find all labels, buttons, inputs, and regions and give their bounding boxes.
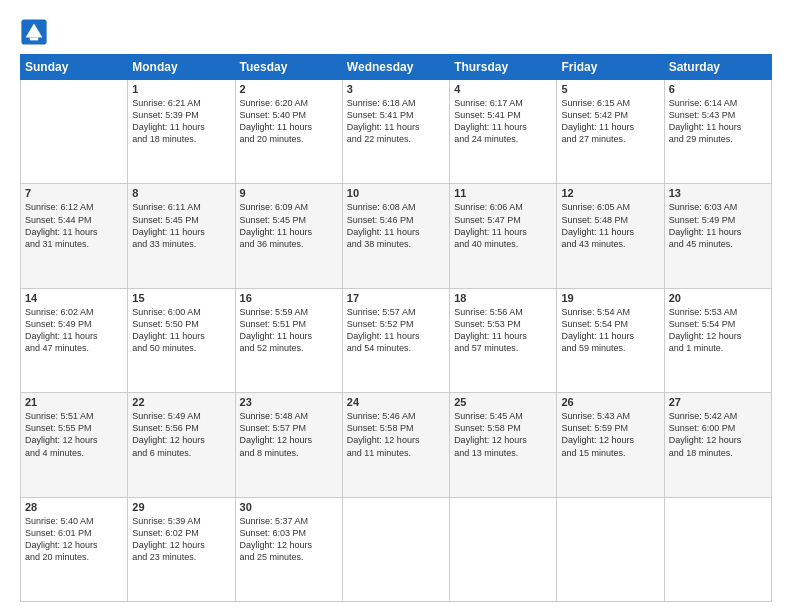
day-number: 28 xyxy=(25,501,123,513)
day-info: Sunrise: 5:46 AM Sunset: 5:58 PM Dayligh… xyxy=(347,410,445,459)
day-number: 27 xyxy=(669,396,767,408)
calendar-cell: 16Sunrise: 5:59 AM Sunset: 5:51 PM Dayli… xyxy=(235,288,342,392)
day-number: 25 xyxy=(454,396,552,408)
calendar-cell: 5Sunrise: 6:15 AM Sunset: 5:42 PM Daylig… xyxy=(557,80,664,184)
calendar-cell: 22Sunrise: 5:49 AM Sunset: 5:56 PM Dayli… xyxy=(128,393,235,497)
calendar-cell: 27Sunrise: 5:42 AM Sunset: 6:00 PM Dayli… xyxy=(664,393,771,497)
calendar-cell: 11Sunrise: 6:06 AM Sunset: 5:47 PM Dayli… xyxy=(450,184,557,288)
calendar-cell: 15Sunrise: 6:00 AM Sunset: 5:50 PM Dayli… xyxy=(128,288,235,392)
calendar-cell xyxy=(557,497,664,601)
calendar-cell: 9Sunrise: 6:09 AM Sunset: 5:45 PM Daylig… xyxy=(235,184,342,288)
day-info: Sunrise: 6:08 AM Sunset: 5:46 PM Dayligh… xyxy=(347,201,445,250)
day-info: Sunrise: 6:21 AM Sunset: 5:39 PM Dayligh… xyxy=(132,97,230,146)
day-number: 9 xyxy=(240,187,338,199)
day-number: 20 xyxy=(669,292,767,304)
calendar-cell: 21Sunrise: 5:51 AM Sunset: 5:55 PM Dayli… xyxy=(21,393,128,497)
day-number: 14 xyxy=(25,292,123,304)
calendar-cell: 12Sunrise: 6:05 AM Sunset: 5:48 PM Dayli… xyxy=(557,184,664,288)
day-number: 24 xyxy=(347,396,445,408)
day-info: Sunrise: 6:09 AM Sunset: 5:45 PM Dayligh… xyxy=(240,201,338,250)
calendar-cell: 3Sunrise: 6:18 AM Sunset: 5:41 PM Daylig… xyxy=(342,80,449,184)
day-info: Sunrise: 6:03 AM Sunset: 5:49 PM Dayligh… xyxy=(669,201,767,250)
calendar-cell: 13Sunrise: 6:03 AM Sunset: 5:49 PM Dayli… xyxy=(664,184,771,288)
day-info: Sunrise: 6:12 AM Sunset: 5:44 PM Dayligh… xyxy=(25,201,123,250)
weekday-header: Tuesday xyxy=(235,55,342,80)
calendar-cell: 4Sunrise: 6:17 AM Sunset: 5:41 PM Daylig… xyxy=(450,80,557,184)
day-info: Sunrise: 6:17 AM Sunset: 5:41 PM Dayligh… xyxy=(454,97,552,146)
calendar-cell: 24Sunrise: 5:46 AM Sunset: 5:58 PM Dayli… xyxy=(342,393,449,497)
calendar-cell: 28Sunrise: 5:40 AM Sunset: 6:01 PM Dayli… xyxy=(21,497,128,601)
day-number: 29 xyxy=(132,501,230,513)
weekday-header: Thursday xyxy=(450,55,557,80)
day-number: 4 xyxy=(454,83,552,95)
day-info: Sunrise: 6:18 AM Sunset: 5:41 PM Dayligh… xyxy=(347,97,445,146)
weekday-header: Saturday xyxy=(664,55,771,80)
logo xyxy=(20,18,52,46)
day-info: Sunrise: 5:59 AM Sunset: 5:51 PM Dayligh… xyxy=(240,306,338,355)
logo-icon xyxy=(20,18,48,46)
day-info: Sunrise: 6:15 AM Sunset: 5:42 PM Dayligh… xyxy=(561,97,659,146)
day-number: 23 xyxy=(240,396,338,408)
calendar-week-row: 21Sunrise: 5:51 AM Sunset: 5:55 PM Dayli… xyxy=(21,393,772,497)
calendar-cell: 29Sunrise: 5:39 AM Sunset: 6:02 PM Dayli… xyxy=(128,497,235,601)
calendar-cell: 23Sunrise: 5:48 AM Sunset: 5:57 PM Dayli… xyxy=(235,393,342,497)
weekday-header: Monday xyxy=(128,55,235,80)
weekday-header: Sunday xyxy=(21,55,128,80)
calendar-cell: 6Sunrise: 6:14 AM Sunset: 5:43 PM Daylig… xyxy=(664,80,771,184)
day-number: 1 xyxy=(132,83,230,95)
day-number: 5 xyxy=(561,83,659,95)
day-number: 10 xyxy=(347,187,445,199)
day-number: 16 xyxy=(240,292,338,304)
calendar-week-row: 1Sunrise: 6:21 AM Sunset: 5:39 PM Daylig… xyxy=(21,80,772,184)
day-number: 3 xyxy=(347,83,445,95)
calendar-cell: 8Sunrise: 6:11 AM Sunset: 5:45 PM Daylig… xyxy=(128,184,235,288)
day-info: Sunrise: 6:11 AM Sunset: 5:45 PM Dayligh… xyxy=(132,201,230,250)
day-number: 19 xyxy=(561,292,659,304)
calendar-week-row: 28Sunrise: 5:40 AM Sunset: 6:01 PM Dayli… xyxy=(21,497,772,601)
day-number: 30 xyxy=(240,501,338,513)
calendar-cell: 20Sunrise: 5:53 AM Sunset: 5:54 PM Dayli… xyxy=(664,288,771,392)
day-number: 12 xyxy=(561,187,659,199)
day-info: Sunrise: 5:40 AM Sunset: 6:01 PM Dayligh… xyxy=(25,515,123,564)
day-info: Sunrise: 5:53 AM Sunset: 5:54 PM Dayligh… xyxy=(669,306,767,355)
day-info: Sunrise: 6:20 AM Sunset: 5:40 PM Dayligh… xyxy=(240,97,338,146)
calendar-cell xyxy=(450,497,557,601)
svg-rect-2 xyxy=(30,38,38,41)
day-info: Sunrise: 6:05 AM Sunset: 5:48 PM Dayligh… xyxy=(561,201,659,250)
calendar-cell: 1Sunrise: 6:21 AM Sunset: 5:39 PM Daylig… xyxy=(128,80,235,184)
day-number: 8 xyxy=(132,187,230,199)
calendar-cell: 10Sunrise: 6:08 AM Sunset: 5:46 PM Dayli… xyxy=(342,184,449,288)
day-number: 13 xyxy=(669,187,767,199)
calendar-cell: 14Sunrise: 6:02 AM Sunset: 5:49 PM Dayli… xyxy=(21,288,128,392)
calendar-week-row: 7Sunrise: 6:12 AM Sunset: 5:44 PM Daylig… xyxy=(21,184,772,288)
weekday-header: Friday xyxy=(557,55,664,80)
calendar-cell xyxy=(342,497,449,601)
calendar-cell: 19Sunrise: 5:54 AM Sunset: 5:54 PM Dayli… xyxy=(557,288,664,392)
day-info: Sunrise: 5:57 AM Sunset: 5:52 PM Dayligh… xyxy=(347,306,445,355)
calendar-cell: 25Sunrise: 5:45 AM Sunset: 5:58 PM Dayli… xyxy=(450,393,557,497)
day-number: 18 xyxy=(454,292,552,304)
day-info: Sunrise: 6:02 AM Sunset: 5:49 PM Dayligh… xyxy=(25,306,123,355)
day-info: Sunrise: 5:54 AM Sunset: 5:54 PM Dayligh… xyxy=(561,306,659,355)
day-info: Sunrise: 6:00 AM Sunset: 5:50 PM Dayligh… xyxy=(132,306,230,355)
day-info: Sunrise: 5:51 AM Sunset: 5:55 PM Dayligh… xyxy=(25,410,123,459)
day-number: 6 xyxy=(669,83,767,95)
day-info: Sunrise: 5:39 AM Sunset: 6:02 PM Dayligh… xyxy=(132,515,230,564)
day-info: Sunrise: 5:42 AM Sunset: 6:00 PM Dayligh… xyxy=(669,410,767,459)
day-number: 11 xyxy=(454,187,552,199)
calendar-week-row: 14Sunrise: 6:02 AM Sunset: 5:49 PM Dayli… xyxy=(21,288,772,392)
day-number: 2 xyxy=(240,83,338,95)
day-info: Sunrise: 5:43 AM Sunset: 5:59 PM Dayligh… xyxy=(561,410,659,459)
day-number: 17 xyxy=(347,292,445,304)
day-info: Sunrise: 5:56 AM Sunset: 5:53 PM Dayligh… xyxy=(454,306,552,355)
calendar-cell xyxy=(664,497,771,601)
day-number: 15 xyxy=(132,292,230,304)
calendar-cell: 18Sunrise: 5:56 AM Sunset: 5:53 PM Dayli… xyxy=(450,288,557,392)
day-info: Sunrise: 5:49 AM Sunset: 5:56 PM Dayligh… xyxy=(132,410,230,459)
day-info: Sunrise: 5:45 AM Sunset: 5:58 PM Dayligh… xyxy=(454,410,552,459)
day-info: Sunrise: 5:48 AM Sunset: 5:57 PM Dayligh… xyxy=(240,410,338,459)
calendar-cell xyxy=(21,80,128,184)
calendar-table: SundayMondayTuesdayWednesdayThursdayFrid… xyxy=(20,54,772,602)
header xyxy=(20,18,772,46)
calendar-cell: 2Sunrise: 6:20 AM Sunset: 5:40 PM Daylig… xyxy=(235,80,342,184)
